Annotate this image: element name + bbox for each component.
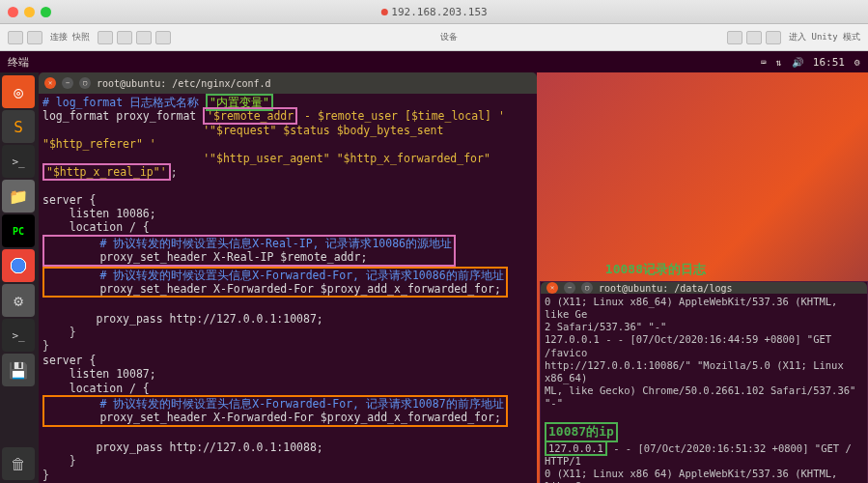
traffic-lights bbox=[8, 7, 51, 17]
ubuntu-dash-button[interactable]: ◎ bbox=[2, 75, 35, 108]
toolbar-label-left: 连接 快照 bbox=[50, 31, 90, 43]
launcher: ◎ S >_ 📁 PC ⚙ >_ 💾 🗑 bbox=[0, 72, 39, 483]
toolbar-icon-6[interactable] bbox=[746, 31, 762, 44]
ubuntu-top-bar: 终端 ⌨ ⇅ 🔊 16:51 ⚙ bbox=[0, 51, 868, 72]
minimize-icon[interactable]: − bbox=[564, 282, 575, 294]
close-icon[interactable]: ✕ bbox=[546, 282, 558, 294]
toolbar-snapshot-button[interactable] bbox=[27, 31, 42, 44]
terminal-right[interactable]: ✕ − ▢ root@ubuntu: /data/logs 0 (X11; Li… bbox=[540, 281, 868, 483]
toolbar-label-devices: 设备 bbox=[440, 32, 458, 42]
close-button[interactable] bbox=[8, 7, 18, 17]
minimize-icon[interactable]: − bbox=[62, 77, 73, 89]
window-title: 192.168.203.153 bbox=[380, 6, 487, 18]
app-name: 终端 bbox=[8, 55, 29, 70]
toolbar-icon-7[interactable] bbox=[766, 31, 781, 44]
toolbar-connect-button[interactable] bbox=[8, 31, 23, 44]
desktop: ◎ S >_ 📁 PC ⚙ >_ 💾 🗑 ✕ − ▢ root@ubuntu: … bbox=[0, 72, 868, 483]
mac-titlebar: 192.168.203.153 bbox=[0, 0, 868, 24]
network-icon[interactable]: ⇅ bbox=[776, 57, 782, 68]
sound-icon[interactable]: 🔊 bbox=[792, 57, 803, 68]
maximize-icon[interactable]: ▢ bbox=[79, 77, 91, 89]
settings-launcher[interactable]: ⚙ bbox=[2, 284, 35, 317]
mac-toolbar: 连接 快照 设备 进入 Unity 模式 bbox=[0, 24, 868, 51]
minimize-button[interactable] bbox=[24, 7, 35, 17]
terminal-left[interactable]: ✕ − ▢ root@ubuntu: /etc/nginx/conf.d # l… bbox=[39, 72, 537, 483]
files-launcher[interactable]: 📁 bbox=[2, 180, 35, 213]
maximize-icon[interactable]: ▢ bbox=[581, 282, 593, 294]
pycharm-launcher[interactable]: PC bbox=[2, 214, 35, 247]
terminal-launcher[interactable]: >_ bbox=[2, 145, 35, 178]
record-icon bbox=[380, 9, 387, 15]
toolbar-icon-1[interactable] bbox=[98, 31, 113, 44]
terminal-left-body[interactable]: # log_format 日志格式名称 "内置变量" log_format pr… bbox=[39, 94, 537, 483]
maximize-button[interactable] bbox=[41, 7, 51, 17]
title-text: 192.168.203.153 bbox=[391, 6, 487, 18]
terminal2-launcher[interactable]: >_ bbox=[2, 319, 35, 352]
terminal-right-title: root@ubuntu: /data/logs bbox=[599, 283, 732, 294]
terminal-left-title: root@ubuntu: /etc/nginx/conf.d bbox=[97, 78, 271, 89]
keyboard-icon[interactable]: ⌨ bbox=[761, 57, 767, 68]
trash-launcher[interactable]: 🗑 bbox=[2, 447, 35, 480]
terminal-right-titlebar: ✕ − ▢ root@ubuntu: /data/logs bbox=[541, 282, 867, 294]
close-icon[interactable]: ✕ bbox=[44, 77, 56, 89]
gear-icon[interactable]: ⚙ bbox=[854, 57, 860, 68]
chrome-launcher[interactable] bbox=[2, 249, 35, 282]
sublime-launcher[interactable]: S bbox=[2, 110, 35, 143]
clock: 16:51 bbox=[813, 56, 845, 69]
toolbar-icon-2[interactable] bbox=[117, 31, 132, 44]
toolbar-label-right: 进入 Unity 模式 bbox=[789, 31, 860, 43]
toolbar-icon-4[interactable] bbox=[155, 31, 171, 44]
toolbar-icon-5[interactable] bbox=[727, 31, 742, 44]
terminal-left-titlebar: ✕ − ▢ root@ubuntu: /etc/nginx/conf.d bbox=[39, 72, 537, 94]
terminal-right-body[interactable]: 0 (X11; Linux x86_64) AppleWebKit/537.36… bbox=[541, 294, 867, 483]
workspace: ✕ − ▢ root@ubuntu: /etc/nginx/conf.d # l… bbox=[39, 72, 868, 483]
toolbar-icon-3[interactable] bbox=[136, 31, 152, 44]
disk-launcher[interactable]: 💾 bbox=[2, 354, 35, 386]
log-label: 10088记录的日志 bbox=[605, 261, 706, 278]
